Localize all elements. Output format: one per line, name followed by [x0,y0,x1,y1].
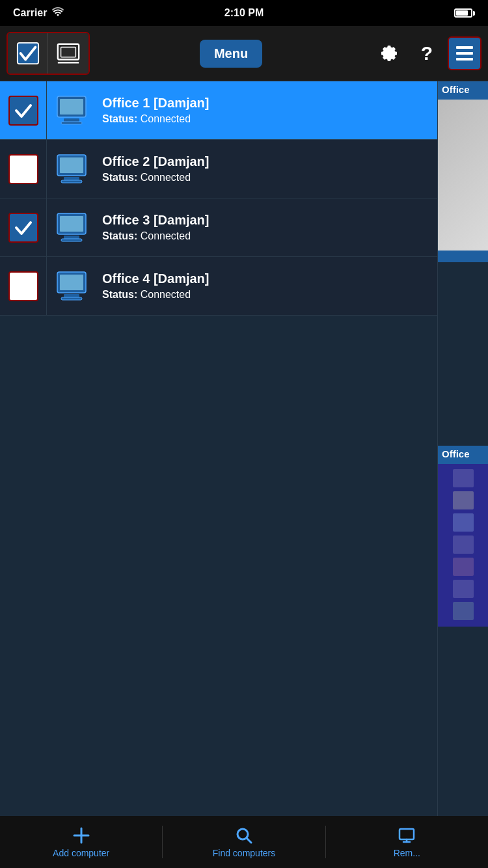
menu-button[interactable]: Menu [200,40,262,68]
right-panel: Office Office [437,81,488,816]
wifi-icon [52,7,64,19]
svg-rect-17 [64,236,79,239]
checkbox-area-3[interactable] [0,198,47,257]
computer-status-4: Status: Connected [102,289,431,301]
computer-list-item-4[interactable]: Office 4 [Damjan]Status: Connected [0,257,437,316]
status-label-3: Status: [102,230,137,241]
status-label-1: Status: [102,113,137,124]
status-bar: Carrier 2:10 PM [0,0,488,26]
right-panel-label-1: Office [438,81,488,98]
computer-info-1: Office 1 [Damjan]Status: Connected [96,96,437,125]
computer-status-1: Status: Connected [102,113,431,125]
svg-line-26 [247,838,251,843]
main-content: Office 1 [Damjan]Status: Connected Offic… [0,81,488,816]
add-computer-label: Add computer [53,848,109,858]
svg-rect-9 [64,118,79,122]
battery-icon [454,8,475,18]
svg-rect-27 [400,829,414,839]
svg-rect-4 [456,46,473,49]
svg-rect-2 [61,47,76,57]
add-computer-tab[interactable]: Add computer [0,826,162,858]
status-label-2: Status: [102,172,137,183]
svg-rect-22 [61,297,82,300]
computer-name-4: Office 4 [Damjan] [102,271,431,286]
select-screen-group [7,32,90,75]
find-computers-tab[interactable]: Find computers [163,826,325,858]
right-panel-item-2[interactable]: Office [438,446,488,628]
svg-rect-5 [456,52,473,55]
computer-name-2: Office 2 [Damjan] [102,154,431,169]
computer-icon-3 [47,198,96,257]
status-label-4: Status: [102,289,137,300]
svg-rect-6 [456,58,473,61]
computer-list-item-2[interactable]: Office 2 [Damjan]Status: Connected [0,140,437,198]
computer-icon-2 [47,140,96,198]
svg-rect-16 [60,216,83,232]
time-display: 2:10 PM [224,7,264,19]
computer-name-3: Office 3 [Damjan] [102,213,431,228]
checkbox-4[interactable] [8,271,38,301]
list-view-button[interactable] [448,36,481,70]
svg-rect-21 [64,294,79,297]
svg-rect-18 [61,239,82,241]
computer-status-3: Status: Connected [102,230,431,242]
checkbox-2[interactable] [8,154,38,184]
computer-info-2: Office 2 [Damjan]Status: Connected [96,154,437,183]
carrier-label: Carrier [13,7,47,19]
svg-rect-13 [64,177,79,180]
checkbox-area-1[interactable] [0,81,47,140]
svg-rect-14 [61,180,82,183]
remote-tab[interactable]: Rem... [326,826,488,858]
computer-status-2: Status: Connected [102,172,431,183]
toolbar-actions: ? [372,36,481,70]
svg-rect-8 [60,99,83,115]
computer-info-3: Office 3 [Damjan]Status: Connected [96,213,437,242]
bottom-bar: Add computer Find computers Rem... [0,816,488,868]
remote-label: Rem... [394,848,420,858]
find-computers-label: Find computers [213,848,275,858]
right-panel-item-1[interactable]: Office [438,81,488,264]
computer-icon-1 [47,81,96,140]
toolbar: Menu ? [0,26,488,81]
checkbox-area-2[interactable] [0,140,47,198]
settings-button[interactable] [372,36,406,70]
right-panel-preview-2 [438,464,488,627]
svg-rect-10 [61,122,82,124]
select-mode-button[interactable] [8,33,48,74]
checkbox-area-4[interactable] [0,257,47,316]
checkbox-3[interactable] [8,213,38,243]
svg-rect-12 [60,157,83,173]
checkbox-1[interactable] [8,96,38,126]
svg-rect-20 [60,275,83,290]
computer-list-item-3[interactable]: Office 3 [Damjan]Status: Connected [0,198,437,257]
right-panel-label-2: Office [438,446,488,462]
computer-name-1: Office 1 [Damjan] [102,96,431,111]
screen-button[interactable] [48,33,88,74]
computer-icon-4 [47,257,96,316]
computer-list-item-1[interactable]: Office 1 [Damjan]Status: Connected [0,81,437,140]
computer-info-4: Office 4 [Damjan]Status: Connected [96,271,437,301]
computer-list: Office 1 [Damjan]Status: Connected Offic… [0,81,437,816]
help-button[interactable]: ? [410,36,444,70]
right-panel-preview-1 [438,100,488,262]
